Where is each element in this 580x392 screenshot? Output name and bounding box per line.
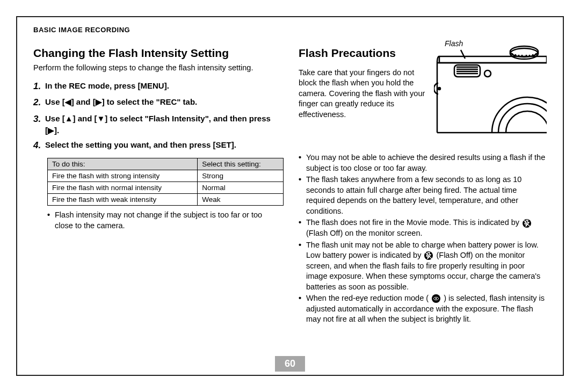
- bullet-item: The flash does not fire in the Movie mod…: [299, 217, 547, 238]
- table-cell: Fire the flash with strong intensity: [48, 170, 198, 182]
- bullet-text: When the red-eye reduction mode ( ) is s…: [306, 293, 547, 325]
- page-number: 60: [275, 356, 305, 372]
- flash-off-icon: [523, 219, 531, 228]
- figure-label: Flash: [445, 39, 463, 48]
- svg-point-22: [436, 298, 437, 300]
- table-header-row: To do this: Select this setting:: [48, 158, 284, 170]
- bullet-item: You may not be able to achieve the desir…: [299, 153, 547, 173]
- precautions-row: Flash Precautions Take care that your fi…: [299, 41, 547, 137]
- flash-intensity-table: To do this: Select this setting: Fire th…: [47, 158, 284, 206]
- step-text: Use [◀] and [▶] to select the "REC" tab.: [45, 96, 197, 108]
- flash-off-icon: [424, 251, 433, 260]
- right-heading: Flash Precautions: [299, 47, 429, 60]
- left-notes: Flash intensity may not change if the su…: [47, 210, 280, 231]
- content-columns: Changing the Flash Intensity Setting Per…: [33, 41, 547, 326]
- note-text: Flash intensity may not change if the su…: [55, 210, 280, 231]
- step-item: Select the setting you want, and then pr…: [33, 139, 280, 153]
- table-cell: Weak: [198, 193, 284, 205]
- left-heading: Changing the Flash Intensity Setting: [33, 47, 280, 60]
- table-cell: Strong: [198, 170, 284, 182]
- note-item: Flash intensity may not change if the su…: [47, 210, 280, 231]
- bullet-item: The flash takes anywhere from a few seco…: [299, 175, 547, 216]
- step-item: Use [▲] and [▼] to select "Flash Intensi…: [33, 113, 280, 136]
- bullet-text: The flash does not fire in the Movie mod…: [306, 217, 547, 238]
- table-row: Fire the flash with weak intensity Weak: [48, 193, 284, 205]
- table-row: Fire the flash with strong intensity Str…: [48, 170, 284, 182]
- svg-point-7: [484, 70, 491, 77]
- text-fragment: The flash does not fire in the Movie mod…: [306, 218, 521, 227]
- text-fragment: (Flash Off) on the monitor screen.: [306, 229, 423, 237]
- manual-page: BASIC IMAGE RECORDING Changing the Flash…: [16, 16, 564, 376]
- red-eye-icon: [432, 294, 440, 303]
- step-text: Select the setting you want, and then pr…: [45, 139, 236, 151]
- precautions-head: Flash Precautions Take care that your fi…: [299, 41, 429, 128]
- left-intro: Perform the following steps to change th…: [33, 63, 280, 74]
- right-column: Flash Precautions Take care that your fi…: [299, 41, 547, 326]
- bullet-text: The flash takes anywhere from a few seco…: [306, 175, 547, 216]
- bullet-text: The flash unit may not be able to charge…: [306, 240, 547, 293]
- left-column: Changing the Flash Intensity Setting Per…: [33, 41, 280, 326]
- step-text: Use [▲] and [▼] to select "Flash Intensi…: [45, 113, 280, 136]
- table-cell: Fire the flash with normal intensity: [48, 182, 198, 193]
- step-item: In the REC mode, press [MENU].: [33, 80, 280, 93]
- camera-figure: Flash: [434, 41, 547, 137]
- table-row: Fire the flash with normal intensity Nor…: [48, 182, 284, 193]
- table-cell: Normal: [198, 182, 284, 193]
- table-header: Select this setting:: [198, 158, 284, 170]
- text-fragment: When the red-eye reduction mode (: [306, 294, 429, 302]
- table-cell: Fire the flash with weak intensity: [48, 193, 198, 205]
- steps-list: In the REC mode, press [MENU]. Use [◀] a…: [33, 80, 280, 153]
- bullet-item: The flash unit may not be able to charge…: [299, 240, 547, 293]
- right-intro: Take care that your fingers do not block…: [299, 68, 429, 120]
- svg-rect-1: [439, 56, 547, 63]
- bullet-item: When the red-eye reduction mode ( ) is s…: [299, 293, 547, 325]
- svg-line-0: [461, 50, 465, 59]
- section-header: BASIC IMAGE RECORDING: [33, 26, 547, 34]
- camera-illustration-icon: [434, 41, 547, 135]
- step-text: In the REC mode, press [MENU].: [45, 80, 169, 92]
- table-header: To do this:: [48, 158, 198, 170]
- bullet-text: You may not be able to achieve the desir…: [306, 153, 547, 173]
- step-item: Use [◀] and [▶] to select the "REC" tab.: [33, 96, 280, 110]
- svg-point-20: [438, 88, 440, 90]
- precautions-bullets: You may not be able to achieve the desir…: [299, 153, 547, 325]
